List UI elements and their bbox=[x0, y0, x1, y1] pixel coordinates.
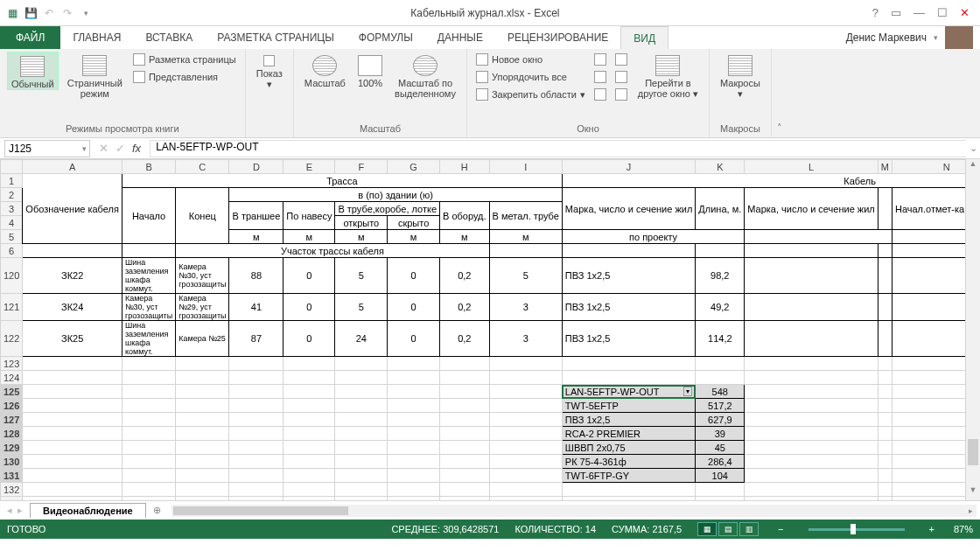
cell[interactable] bbox=[696, 357, 745, 371]
cell[interactable]: B bbox=[122, 160, 175, 174]
cell[interactable] bbox=[562, 244, 696, 258]
cell[interactable] bbox=[745, 455, 878, 469]
cell[interactable]: Конец bbox=[176, 188, 229, 244]
cell[interactable] bbox=[176, 483, 229, 497]
cell[interactable] bbox=[878, 441, 892, 455]
cell[interactable] bbox=[229, 385, 284, 399]
cell[interactable] bbox=[335, 357, 388, 371]
zoom-selection-button[interactable]: Масштаб по выделенному bbox=[391, 52, 459, 99]
help-icon[interactable]: ? bbox=[872, 6, 878, 19]
cell[interactable] bbox=[23, 371, 122, 385]
tab-view[interactable]: ВИД bbox=[620, 26, 668, 49]
cell[interactable]: 517,2 bbox=[696, 399, 745, 413]
cell[interactable] bbox=[284, 427, 335, 441]
cell[interactable]: 24 bbox=[335, 321, 388, 357]
cell[interactable]: В трубе,коробе, лотке bbox=[335, 202, 440, 216]
tab-file[interactable]: ФАЙЛ bbox=[0, 26, 60, 49]
add-sheet-icon[interactable]: ⊕ bbox=[146, 505, 168, 516]
cell[interactable] bbox=[1, 497, 23, 501]
undo-icon[interactable]: ↶ bbox=[41, 5, 57, 21]
cell[interactable] bbox=[23, 497, 122, 501]
view-custom-button[interactable]: Представления bbox=[131, 69, 238, 85]
cell[interactable]: M bbox=[878, 160, 892, 174]
cell[interactable] bbox=[562, 483, 696, 497]
cell[interactable] bbox=[335, 413, 388, 427]
cell[interactable] bbox=[892, 371, 965, 385]
cell[interactable]: 3 bbox=[1, 202, 23, 216]
enter-formula-icon[interactable]: ✓ bbox=[116, 142, 125, 155]
cell[interactable] bbox=[489, 399, 562, 413]
cell[interactable] bbox=[229, 469, 284, 483]
cell[interactable]: РК 75-4-361ф bbox=[562, 455, 696, 469]
cell[interactable] bbox=[23, 413, 122, 427]
cell[interactable] bbox=[284, 441, 335, 455]
cell[interactable] bbox=[122, 371, 175, 385]
cell[interactable] bbox=[892, 483, 965, 497]
cell[interactable] bbox=[892, 258, 965, 294]
cell[interactable] bbox=[440, 455, 490, 469]
cell[interactable] bbox=[284, 357, 335, 371]
cell[interactable]: Камера №25 bbox=[176, 321, 229, 357]
redo-icon[interactable]: ↷ bbox=[60, 5, 75, 21]
cell[interactable] bbox=[229, 413, 284, 427]
user-menu-icon[interactable]: ▾ bbox=[934, 33, 938, 42]
scroll-down-icon[interactable]: ▼ bbox=[966, 485, 980, 500]
cell[interactable] bbox=[440, 371, 490, 385]
cell[interactable] bbox=[122, 455, 175, 469]
cell[interactable] bbox=[335, 455, 388, 469]
cell[interactable]: Начал.отмет-ка кабеля bbox=[892, 188, 965, 230]
cell[interactable] bbox=[440, 399, 490, 413]
cell[interactable]: 127 bbox=[1, 413, 23, 427]
ribbon-options-icon[interactable]: ▭ bbox=[891, 6, 901, 19]
cell[interactable]: C bbox=[176, 160, 229, 174]
cell[interactable]: 0 bbox=[388, 321, 440, 357]
cell[interactable] bbox=[489, 357, 562, 371]
cell[interactable] bbox=[388, 427, 440, 441]
cell[interactable]: 0 bbox=[388, 294, 440, 321]
cell[interactable] bbox=[892, 321, 965, 357]
cell[interactable] bbox=[176, 441, 229, 455]
cell[interactable]: 45 bbox=[696, 441, 745, 455]
view-pagebreak-button[interactable]: Страничный режим bbox=[64, 52, 126, 99]
cell[interactable] bbox=[878, 497, 892, 501]
new-window-button[interactable]: Новое окно bbox=[474, 52, 587, 67]
cell[interactable] bbox=[23, 483, 122, 497]
view-pagelayout-button[interactable]: Разметка страницы bbox=[131, 52, 238, 67]
cell[interactable] bbox=[176, 469, 229, 483]
cell[interactable]: Шина заземления шкафа коммут. bbox=[122, 321, 175, 357]
cell[interactable] bbox=[489, 385, 562, 399]
cell[interactable] bbox=[489, 244, 562, 258]
cell[interactable] bbox=[335, 483, 388, 497]
cell[interactable] bbox=[23, 469, 122, 483]
cell[interactable] bbox=[122, 469, 175, 483]
cell[interactable] bbox=[878, 427, 892, 441]
cell[interactable]: N bbox=[892, 160, 965, 174]
cell[interactable]: 0,2 bbox=[440, 321, 490, 357]
cell[interactable]: 49,2 bbox=[696, 294, 745, 321]
cell[interactable]: Обозначение кабеля bbox=[23, 174, 122, 244]
cell[interactable]: 121 bbox=[1, 294, 23, 321]
cell[interactable]: Трасса bbox=[122, 174, 562, 188]
cell[interactable]: 125 bbox=[1, 385, 23, 399]
cell[interactable] bbox=[745, 469, 878, 483]
cell[interactable] bbox=[440, 441, 490, 455]
cell[interactable] bbox=[489, 455, 562, 469]
cell[interactable] bbox=[892, 497, 965, 501]
cell[interactable] bbox=[176, 371, 229, 385]
cell[interactable] bbox=[122, 441, 175, 455]
cell[interactable] bbox=[745, 258, 878, 294]
cell[interactable]: I bbox=[489, 160, 562, 174]
cell[interactable] bbox=[284, 497, 335, 501]
view-pagelayout-icon[interactable]: ▤ bbox=[718, 522, 738, 536]
cell[interactable]: F bbox=[335, 160, 388, 174]
cell[interactable] bbox=[892, 385, 965, 399]
horizontal-scrollbar[interactable]: ◂ ▸ bbox=[172, 505, 976, 517]
cell[interactable] bbox=[878, 371, 892, 385]
cell[interactable] bbox=[284, 483, 335, 497]
cell[interactable] bbox=[176, 385, 229, 399]
cell[interactable]: в (по) здании (ю) bbox=[229, 188, 562, 202]
cell[interactable]: м bbox=[489, 230, 562, 244]
cell[interactable]: 131 bbox=[1, 469, 23, 483]
cell[interactable] bbox=[176, 497, 229, 501]
cell[interactable] bbox=[878, 258, 892, 294]
